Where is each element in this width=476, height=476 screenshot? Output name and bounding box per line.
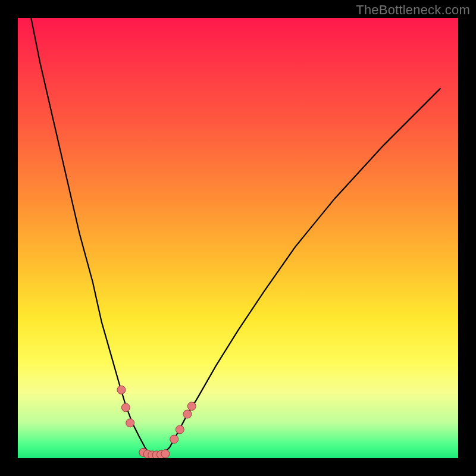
curve-marker — [121, 403, 130, 412]
curve-marker — [161, 450, 170, 458]
bottleneck-curve-svg — [18, 18, 458, 458]
chart-frame: TheBottleneck.com — [0, 0, 476, 476]
curve-marker — [117, 386, 126, 394]
curve-marker — [187, 402, 196, 411]
curve-markers — [117, 386, 196, 458]
curve-marker — [183, 410, 192, 418]
curve-marker — [176, 425, 184, 434]
watermark-text: TheBottleneck.com — [356, 2, 470, 18]
bottleneck-curve — [31, 18, 440, 456]
plot-area — [18, 18, 458, 458]
curve-marker — [170, 435, 178, 443]
curve-marker — [126, 419, 134, 427]
